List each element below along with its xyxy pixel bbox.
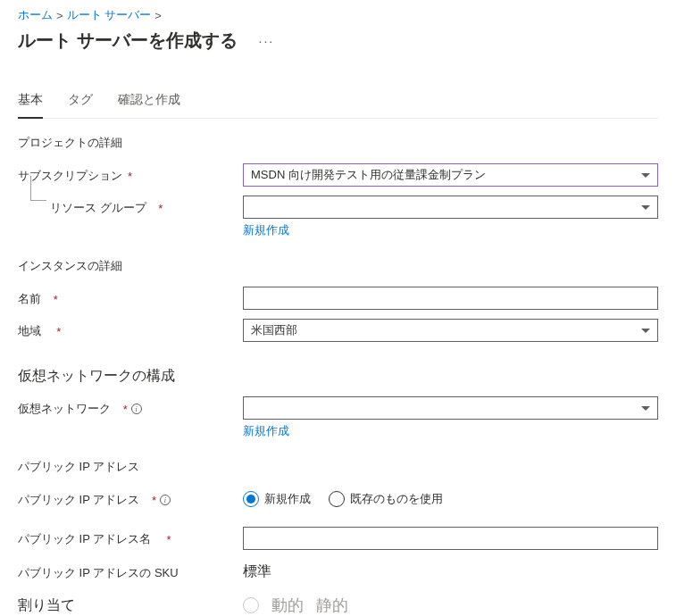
- info-icon[interactable]: i: [160, 495, 171, 505]
- row-public-ip-address: パブリック IP アドレス * i 新規作成 既存のものを使用: [18, 487, 658, 512]
- select-subscription[interactable]: MSDN 向け開発テスト用の従量課金制プラン: [243, 163, 658, 187]
- radio-public-ip-existing[interactable]: [329, 491, 345, 507]
- info-icon[interactable]: i: [131, 404, 142, 414]
- label-public-ip-sku: パブリック IP アドレスの SKU: [18, 561, 243, 581]
- label-name: 名前 *: [18, 287, 243, 307]
- radio-label-dynamic: 動的: [271, 595, 304, 616]
- breadcrumb-home[interactable]: ホーム: [18, 7, 53, 23]
- select-subscription-value: MSDN 向け開発テスト用の従量課金制プラン: [251, 167, 486, 183]
- select-vnet[interactable]: [243, 396, 658, 420]
- value-public-ip-sku: 標準: [243, 561, 658, 581]
- chevron-down-icon: [641, 205, 650, 210]
- section-instance-details: インスタンスの詳細: [18, 258, 658, 274]
- section-project-details: プロジェクトの詳細: [18, 135, 658, 151]
- row-name: 名前 *: [18, 287, 658, 312]
- section-public-ip: パブリック IP アドレス: [18, 459, 658, 475]
- select-region-value: 米国西部: [251, 322, 297, 338]
- tab-review-create[interactable]: 確認と作成: [118, 92, 180, 119]
- label-vnet: 仮想ネットワーク * i: [18, 396, 243, 417]
- label-public-ip-name: パブリック IP アドレス名 *: [18, 527, 243, 547]
- row-public-ip-sku: パブリック IP アドレスの SKU 標準: [18, 561, 658, 586]
- row-subscription: サブスクリプション* MSDN 向け開発テスト用の従量課金制プラン: [18, 163, 658, 188]
- radio-label-static: 静的: [316, 595, 348, 616]
- radio-label-new: 新規作成: [264, 491, 311, 507]
- radio-group-allocation: 動的 静的: [243, 595, 658, 616]
- more-button[interactable]: ···: [259, 34, 275, 48]
- input-name[interactable]: [243, 287, 658, 310]
- row-resource-group: リソース グループ * 新規作成: [18, 196, 658, 238]
- input-public-ip-name[interactable]: [243, 527, 658, 550]
- tabs: 基本 タグ 確認と作成: [18, 92, 658, 119]
- radio-group-public-ip: 新規作成 既存のものを使用: [243, 487, 658, 507]
- label-resource-group: リソース グループ *: [18, 196, 243, 216]
- title-row: ルート サーバーを作成する ···: [18, 29, 658, 53]
- label-region: 地域 *: [18, 319, 243, 339]
- breadcrumb-route-server[interactable]: ルート サーバー: [67, 7, 152, 23]
- chevron-down-icon: [641, 406, 650, 411]
- page-title: ルート サーバーを作成する: [18, 29, 238, 53]
- label-allocation: 割り当て: [18, 595, 243, 615]
- link-create-new-rg[interactable]: 新規作成: [243, 222, 289, 238]
- radio-label-existing: 既存のものを使用: [350, 491, 443, 507]
- tab-tags[interactable]: タグ: [68, 92, 93, 119]
- row-region: 地域 * 米国西部: [18, 319, 658, 344]
- indent-line: [30, 176, 46, 201]
- label-subscription: サブスクリプション*: [18, 163, 243, 184]
- chevron-right-icon: >: [56, 9, 63, 22]
- tab-basic[interactable]: 基本: [18, 92, 43, 119]
- row-public-ip-name: パブリック IP アドレス名 *: [18, 527, 658, 552]
- label-public-ip-address: パブリック IP アドレス * i: [18, 487, 243, 508]
- row-allocation: 割り当て 動的 静的: [18, 595, 658, 616]
- link-create-new-vnet[interactable]: 新規作成: [243, 423, 289, 439]
- select-resource-group[interactable]: [243, 196, 658, 219]
- chevron-right-icon: >: [154, 9, 162, 22]
- select-region[interactable]: 米国西部: [243, 319, 658, 342]
- breadcrumb: ホーム > ルート サーバー >: [18, 7, 658, 23]
- radio-public-ip-new[interactable]: [243, 491, 259, 507]
- row-vnet: 仮想ネットワーク * i 新規作成: [18, 396, 658, 439]
- chevron-down-icon: [641, 329, 650, 333]
- chevron-down-icon: [641, 173, 650, 178]
- section-vnet-config: 仮想ネットワークの構成: [18, 367, 658, 386]
- radio-allocation-dynamic: [243, 597, 259, 613]
